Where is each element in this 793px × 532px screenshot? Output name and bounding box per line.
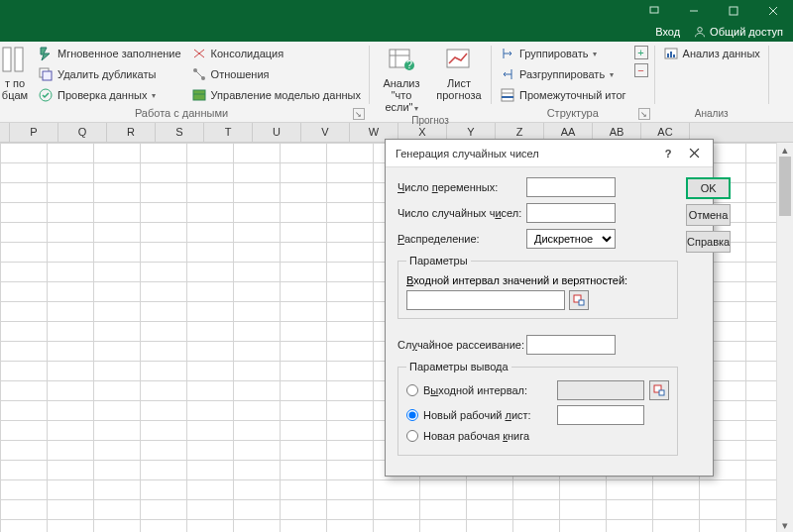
chevron-down-icon: ▾ — [610, 70, 614, 79]
svg-rect-7 — [15, 48, 23, 71]
consolidate-button[interactable]: Консолидация — [189, 44, 363, 63]
output-fieldset: Параметры вывода Выходной интервал: Новы… — [397, 361, 678, 456]
num-vars-input[interactable] — [526, 177, 616, 197]
close-button[interactable] — [681, 143, 707, 164]
dialog-launcher-icon[interactable]: ↘ — [638, 108, 650, 120]
data-model-icon — [191, 87, 207, 103]
scrollbar-thumb[interactable] — [779, 157, 791, 216]
svg-point-5 — [698, 28, 703, 33]
column-header[interactable]: V — [301, 123, 350, 142]
input-range-input[interactable] — [406, 290, 565, 310]
input-range-label: Входной интервал значений и верятностей: — [406, 274, 669, 286]
distribution-select[interactable]: Дискретное — [526, 229, 616, 249]
svg-rect-32 — [579, 300, 584, 305]
relationships-button[interactable]: Отношения — [189, 64, 363, 84]
svg-rect-27 — [670, 52, 672, 57]
forecast-sheet-button[interactable]: Лист прогноза — [433, 44, 485, 113]
new-worksheet-radio[interactable] — [406, 409, 418, 421]
svg-rect-28 — [673, 54, 675, 57]
group-label: Анализ — [661, 106, 762, 122]
group-button[interactable]: Группировать▾ — [498, 44, 628, 63]
flash-fill-button[interactable]: Мгновенное заполнение — [36, 44, 183, 63]
data-validation-icon — [38, 87, 54, 103]
svg-rect-26 — [667, 53, 669, 57]
remove-duplicates-button[interactable]: Удалить дубликаты — [36, 64, 183, 84]
num-rand-label: Число случайных чисел: — [397, 207, 526, 219]
whatif-icon: ? — [386, 44, 417, 75]
distribution-label: Распределение: — [397, 233, 526, 245]
svg-rect-6 — [3, 48, 11, 71]
subtotal-icon — [500, 87, 515, 103]
svg-line-13 — [196, 71, 202, 77]
remove-duplicates-icon — [38, 66, 54, 82]
dialog-titlebar[interactable]: Генерация случайных чисел ? — [386, 140, 713, 167]
svg-rect-14 — [193, 90, 205, 100]
subtotal-button[interactable]: Промежуточный итог — [498, 85, 628, 105]
svg-rect-9 — [43, 71, 52, 80]
data-validation-button[interactable]: Проверка данных▾ — [36, 85, 183, 105]
parameters-fieldset: Параметры Входной интервал значений и ве… — [397, 255, 678, 319]
svg-rect-2 — [730, 7, 737, 15]
ungroup-icon — [500, 66, 515, 82]
new-worksheet-label: Новый рабочий лист: — [423, 409, 552, 421]
vertical-scrollbar[interactable]: ▴ ▾ — [776, 143, 793, 532]
chevron-down-icon: ▾ — [152, 91, 156, 100]
whatif-button[interactable]: ? Анализ "что если"▾ — [376, 44, 427, 113]
ribbon-display-icon[interactable] — [634, 0, 674, 22]
hide-detail-icon[interactable]: − — [634, 63, 648, 77]
ungroup-button[interactable]: Разгруппировать▾ — [498, 64, 628, 84]
login-link[interactable]: Вход — [655, 26, 680, 38]
scroll-up-icon[interactable]: ▴ — [777, 143, 793, 157]
group-icon — [500, 46, 515, 61]
column-header[interactable]: P — [10, 123, 58, 142]
output-range-radio[interactable] — [406, 384, 418, 396]
close-button[interactable] — [753, 0, 793, 22]
num-rand-input[interactable] — [526, 203, 616, 223]
consolidate-icon — [191, 46, 207, 61]
new-worksheet-input[interactable] — [557, 405, 644, 425]
output-range-input[interactable] — [557, 380, 644, 400]
num-vars-label: Число переменных: — [397, 181, 526, 193]
column-header[interactable] — [0, 123, 10, 142]
chevron-down-icon: ▾ — [593, 50, 597, 58]
column-header[interactable]: U — [253, 123, 301, 142]
forecast-icon — [443, 44, 475, 75]
random-number-dialog: Генерация случайных чисел ? Число переме… — [385, 139, 714, 477]
share-button[interactable]: Общий доступ — [694, 26, 783, 38]
column-header[interactable]: T — [204, 123, 253, 142]
group-label: Работа с данными↘ — [0, 105, 363, 122]
cancel-button[interactable]: Отмена — [686, 204, 731, 226]
output-range-label: Выходной интервал: — [423, 384, 552, 396]
data-analysis-button[interactable]: Анализ данных — [661, 44, 762, 63]
show-detail-icon[interactable]: + — [634, 46, 648, 59]
svg-rect-0 — [650, 7, 658, 13]
help-button[interactable]: Справка — [686, 231, 731, 253]
person-icon — [694, 26, 706, 38]
relationships-icon — [191, 66, 207, 82]
columns-icon — [0, 44, 30, 75]
scroll-down-icon[interactable]: ▾ — [777, 518, 793, 532]
column-header[interactable]: Q — [58, 123, 107, 142]
group-label: Структура↘ — [498, 105, 648, 122]
maximize-button[interactable] — [714, 0, 753, 22]
svg-text:?: ? — [406, 58, 412, 70]
dialog-launcher-icon[interactable]: ↘ — [353, 108, 365, 120]
manage-data-model-button[interactable]: Управление моделью данных — [189, 85, 363, 105]
column-header[interactable]: R — [107, 123, 156, 142]
range-selector-button[interactable] — [649, 380, 669, 400]
column-header[interactable]: S — [156, 123, 204, 142]
help-button[interactable]: ? — [655, 143, 681, 164]
random-seed-label: Случайное рассеивание: — [397, 339, 526, 351]
new-workbook-radio[interactable] — [406, 430, 418, 442]
random-seed-input[interactable] — [526, 335, 616, 355]
text-to-columns-button[interactable]: т по бцам — [0, 44, 30, 105]
chevron-down-icon: ▾ — [414, 104, 418, 113]
flash-fill-icon — [38, 46, 54, 61]
data-analysis-icon — [663, 46, 679, 61]
ok-button[interactable]: OK — [686, 177, 731, 199]
range-selector-button[interactable] — [569, 290, 589, 310]
ribbon: т по бцам Мгновенное заполнение Удалить … — [0, 42, 793, 123]
header-strip: Вход Общий доступ — [0, 22, 793, 42]
dialog-title: Генерация случайных чисел — [396, 148, 655, 160]
minimize-button[interactable] — [674, 0, 714, 22]
